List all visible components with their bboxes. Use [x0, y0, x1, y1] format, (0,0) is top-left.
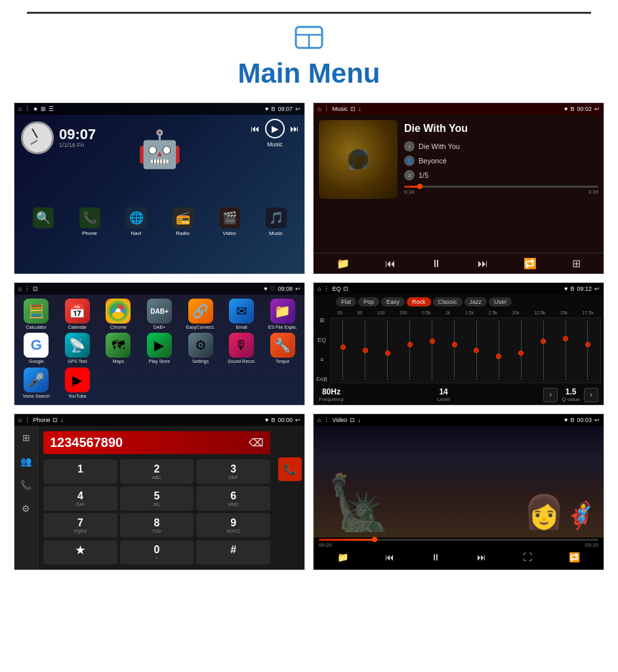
key-9[interactable]: 9 WXYZ	[196, 513, 270, 537]
call-button[interactable]: 📞	[278, 457, 302, 481]
app-chrome[interactable]: Chrome	[99, 299, 138, 330]
home-radio-icon[interactable]: 📻 Radio	[173, 207, 194, 236]
eq-slider-5[interactable]	[450, 321, 459, 380]
key-star[interactable]: ★	[43, 540, 117, 564]
eq-tab-flat[interactable]: Flat	[336, 297, 356, 306]
music-controls[interactable]: ⏮ ▶ ⏭	[251, 119, 299, 138]
folder-btn[interactable]: 📁	[337, 257, 350, 270]
eq-knob-4[interactable]	[430, 339, 435, 344]
eq-knob-2[interactable]	[385, 350, 390, 356]
video-pause-btn[interactable]: ⏸	[431, 552, 440, 562]
eq-tab-pop[interactable]: Pop	[358, 297, 379, 306]
video-folder-btn[interactable]: 📁	[337, 552, 348, 562]
eq-nav-controls[interactable]: ‹ 1.5 Q value ›	[543, 387, 598, 402]
video-next-btn[interactable]: ⏭	[477, 552, 486, 562]
video-fullscreen-btn[interactable]: ⛶	[523, 552, 532, 562]
app-dab[interactable]: DAB+ DAB+	[140, 299, 179, 330]
app-soundrec[interactable]: 🎙 Sound Recor.	[222, 333, 261, 364]
key-3[interactable]: 3 DEF	[196, 459, 270, 484]
music-widget[interactable]: ⏮ ▶ ⏭ Music	[251, 119, 299, 148]
eq-tab-jazz[interactable]: Jazz	[464, 297, 487, 306]
app-gpstest[interactable]: 📡 GPS Test	[58, 333, 97, 364]
eq-knob-8[interactable]	[518, 350, 524, 356]
home-phone-icon[interactable]: 📞 Phone	[79, 207, 100, 236]
eq-tab-classic[interactable]: Classic	[433, 297, 463, 306]
key-hash[interactable]: #	[196, 540, 270, 564]
home-navi-icon[interactable]: 🌐 Navi	[126, 207, 147, 236]
screen-apps: ⌂ ⋮ ⊡ ♥ ♡ 09:08 ↩ 🧮 Calculator 📅 Calenda…	[14, 282, 305, 406]
eq-knob-9[interactable]	[541, 339, 546, 344]
app-calculator[interactable]: 🧮 Calculator	[17, 299, 56, 330]
eq-knob-6[interactable]	[474, 348, 479, 353]
eq-knob-10[interactable]	[563, 336, 568, 341]
keypad-icon[interactable]: ⊞	[22, 432, 30, 443]
phone-settings-icon[interactable]: ⚙	[22, 503, 30, 514]
app-youtube[interactable]: ▶ YouTube	[58, 368, 97, 399]
key-5[interactable]: 5 JKL	[120, 486, 194, 511]
eq-tab-easy[interactable]: Easy	[381, 297, 405, 306]
prev-track-btn[interactable]: ⏮	[385, 258, 396, 270]
eq-slider-10[interactable]	[561, 321, 570, 380]
app-playstore[interactable]: ▶ Play Store	[140, 333, 179, 364]
eq-next-btn[interactable]: ›	[584, 388, 598, 402]
eq-knob-5[interactable]	[452, 342, 457, 347]
eq-tab-rock[interactable]: Rock	[407, 297, 431, 306]
repeat-btn[interactable]: 🔁	[524, 257, 537, 270]
phone-keypad[interactable]: 1 2 ABC 3 DEF 4 GHI	[43, 459, 270, 564]
recent-calls-icon[interactable]: 📞	[20, 480, 31, 490]
app-maps[interactable]: 🗺 Maps	[99, 333, 138, 364]
prev-btn[interactable]: ⏮	[251, 123, 260, 134]
video-prev-btn[interactable]: ⏮	[385, 552, 394, 562]
app-easyconnect[interactable]: 🔗 EasyConnect.	[181, 299, 220, 330]
key-0[interactable]: 0 +	[120, 540, 194, 564]
eq-knob-1[interactable]	[363, 348, 368, 353]
eq-slider-2[interactable]	[383, 321, 392, 380]
home-music-icon[interactable]: 🎵 Music	[266, 207, 287, 236]
key-4[interactable]: 4 GHI	[43, 486, 117, 511]
pause-btn[interactable]: ⏸	[431, 258, 442, 270]
eq-knob-3[interactable]	[407, 342, 413, 347]
app-settings[interactable]: ⚙ Settings	[181, 333, 220, 364]
eq-slider-6[interactable]	[472, 321, 481, 380]
eq-knob-11[interactable]	[585, 342, 590, 347]
video-repeat-btn[interactable]: 🔁	[569, 552, 580, 562]
eq-slider-1[interactable]	[361, 321, 370, 380]
call-btn-area[interactable]: 📞	[276, 426, 304, 570]
key-1[interactable]: 1	[43, 459, 117, 484]
key-7[interactable]: 7 PQRS	[43, 513, 117, 537]
eq-slider-11[interactable]	[583, 321, 592, 380]
eq-slider-4[interactable]	[428, 321, 437, 380]
home-video-icon[interactable]: 🎬 Video	[219, 207, 240, 236]
eq-prev-btn[interactable]: ‹	[543, 388, 558, 402]
music-label: Music	[267, 141, 283, 148]
eq-tab-user[interactable]: User	[489, 297, 512, 306]
eq-slider-0[interactable]	[339, 321, 348, 380]
next-btn[interactable]: ⏭	[290, 123, 299, 134]
eq-slider-8[interactable]	[516, 321, 525, 380]
key-2[interactable]: 2 ABC	[120, 459, 194, 484]
key-6[interactable]: 6 MNO	[196, 486, 270, 511]
music-controls-bar[interactable]: 📁 ⏮ ⏸ ⏭ 🔁 ⊞	[314, 253, 604, 274]
play-btn[interactable]: ▶	[265, 119, 285, 138]
eq-knob-7[interactable]	[496, 354, 501, 359]
app-voicesearch[interactable]: 🎤 Voice Search	[17, 368, 56, 399]
video-controls-bar[interactable]: 📁 ⏮ ⏸ ⏭ ⛶ 🔁	[314, 549, 604, 564]
app-esfile[interactable]: 📁 ES File Explo.	[263, 299, 302, 330]
search-icon-widget[interactable]: 🔍	[33, 207, 54, 236]
eq-slider-3[interactable]	[405, 321, 415, 380]
eq-knob-0[interactable]	[340, 345, 346, 350]
app-google[interactable]: G Google	[17, 333, 56, 364]
eq-btn[interactable]: ⊞	[572, 257, 581, 270]
app-calendar[interactable]: 📅 Calendar	[58, 299, 97, 330]
key-8[interactable]: 8 TUV	[120, 513, 194, 537]
contacts-icon[interactable]: 👥	[20, 456, 31, 467]
eq-tabs[interactable]: Flat Pop Easy Rock Classic Jazz User	[336, 297, 601, 306]
home-icon: ⌂	[318, 417, 321, 423]
eq-slider-7[interactable]	[494, 321, 503, 380]
next-track-btn[interactable]: ⏭	[478, 258, 488, 270]
eq-slider-9[interactable]	[539, 321, 548, 380]
app-email[interactable]: ✉ Email	[222, 299, 261, 330]
app-torque[interactable]: 🔧 Torque	[263, 333, 302, 364]
delete-btn[interactable]: ⌫	[249, 436, 264, 449]
status-bar-home: ⌂ ⋮ ★ ⊞ ☰ ♥ B 09:07 ↩	[14, 103, 304, 115]
